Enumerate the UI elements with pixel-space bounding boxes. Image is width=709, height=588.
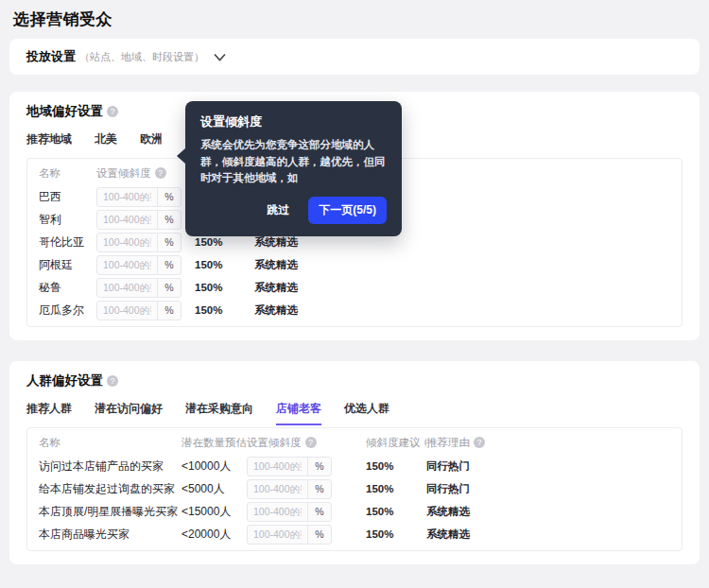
- percent-suffix: %: [307, 503, 331, 521]
- tilt-input[interactable]: [97, 279, 157, 297]
- percent-suffix: %: [307, 480, 331, 498]
- tilt-input-group: %: [247, 457, 332, 476]
- tab-store-repeat-customers[interactable]: 店铺老客: [276, 401, 321, 425]
- recommend-reason: 系统精选: [254, 303, 670, 318]
- tilt-suggestion: 150%: [366, 506, 426, 517]
- audience-preference-card: 人群偏好设置 ? 推荐人群 潜在访问偏好 潜在采购意向 店铺老客 优选人群 名称…: [9, 361, 700, 564]
- tooltip-body: 系统会优先为您竞争这部分地域的人群，倾斜度越高的人群，越优先，但同时对于其他地域…: [200, 137, 387, 187]
- tilt-input[interactable]: [97, 233, 157, 251]
- tilt-input[interactable]: [248, 480, 307, 498]
- tilt-input[interactable]: [248, 458, 307, 476]
- tilt-input[interactable]: [248, 526, 307, 544]
- region-name: 秘鲁: [39, 280, 96, 296]
- tooltip-title: 设置倾斜度: [200, 113, 387, 130]
- tab-preferred-audience[interactable]: 优选人群: [344, 401, 389, 425]
- audience-estimate: <10000人: [182, 458, 247, 475]
- percent-suffix: %: [157, 256, 181, 274]
- col-tilt: 设置倾斜度 ?: [247, 436, 366, 450]
- col-estimate: 潜在数量预估 ?: [182, 436, 247, 450]
- help-icon[interactable]: ?: [305, 437, 317, 448]
- table-row: 本店顶展/明星展播曝光买家 <15000人 % 150% 系统精选: [39, 500, 670, 523]
- tilt-suggestion: 150%: [195, 259, 254, 270]
- tooltip-arrow-icon: [177, 148, 185, 164]
- onboarding-tooltip: 设置倾斜度 系统会优先为您竞争这部分地域的人群，倾斜度越高的人群，越优先，但同时…: [185, 101, 402, 236]
- audience-estimate: <20000人: [182, 527, 247, 543]
- recommend-reason: 同行热门: [426, 459, 670, 474]
- audience-name: 本店商品曝光买家: [39, 527, 182, 543]
- help-icon[interactable]: ?: [107, 375, 118, 387]
- region-name: 智利: [39, 212, 96, 228]
- region-name: 厄瓜多尔: [39, 303, 96, 319]
- tilt-suggestion: 150%: [366, 483, 426, 494]
- recommend-reason: 同行热门: [426, 482, 670, 496]
- tilt-input-group: %: [96, 255, 182, 275]
- table-row: 秘鲁 % 150% 系统精选: [39, 276, 670, 299]
- region-name: 阿根廷: [39, 257, 96, 273]
- tab-potential-visit-preference[interactable]: 潜在访问偏好: [95, 401, 163, 425]
- col-suggestion: 倾斜度建议 ?: [366, 436, 426, 450]
- table-row: 厄瓜多尔 % 150% 系统精选: [39, 299, 670, 321]
- audience-name: 访问过本店铺产品的买家: [39, 458, 182, 475]
- col-name: 名称: [39, 436, 182, 450]
- help-icon[interactable]: ?: [107, 106, 118, 117]
- percent-suffix: %: [157, 188, 181, 206]
- percent-suffix: %: [157, 279, 181, 297]
- percent-suffix: %: [157, 233, 181, 251]
- tab-potential-purchase-intent[interactable]: 潜在采购意向: [185, 401, 253, 425]
- help-icon[interactable]: ?: [155, 167, 166, 179]
- recommend-reason: 系统精选: [254, 258, 670, 272]
- recommend-reason: 系统精选: [426, 505, 670, 519]
- tilt-suggestion: 150%: [366, 528, 426, 540]
- tab-recommended-regions[interactable]: 推荐地域: [26, 131, 72, 156]
- skip-button[interactable]: 跳过: [267, 202, 289, 218]
- col-tilt: 设置倾斜度 ?: [96, 166, 195, 181]
- recommend-reason: 系统精选: [254, 235, 670, 250]
- table-row: 给本店铺发起过询盘的买家 <5000人 % 150% 同行热门: [39, 477, 670, 500]
- percent-suffix: %: [307, 526, 331, 544]
- tilt-suggestion: 150%: [195, 304, 254, 316]
- next-page-button[interactable]: 下一页(5/5): [308, 197, 387, 224]
- tilt-input[interactable]: [248, 503, 307, 521]
- tilt-suggestion: 150%: [195, 282, 254, 293]
- col-reason: 推荐理由 ?: [426, 436, 670, 450]
- tilt-input-group: %: [247, 525, 332, 545]
- audience-name: 给本店铺发起过询盘的买家: [39, 481, 182, 497]
- table-row: 阿根廷 % 150% 系统精选: [39, 253, 670, 276]
- tilt-input-group: %: [96, 210, 182, 230]
- tilt-input[interactable]: [97, 256, 157, 274]
- tilt-input[interactable]: [97, 302, 157, 320]
- tilt-input-group: %: [247, 479, 332, 499]
- audience-table-header: 名称 潜在数量预估 ? 设置倾斜度 ? 倾斜度建议 ? 推荐理由 ?: [39, 430, 670, 455]
- percent-suffix: %: [307, 458, 331, 476]
- region-name: 哥伦比亚: [39, 234, 96, 251]
- audience-name: 本店顶展/明星展播曝光买家: [39, 504, 182, 520]
- tab-recommended-audience[interactable]: 推荐人群: [26, 401, 72, 425]
- audience-estimate: <5000人: [182, 481, 247, 497]
- tilt-input-group: %: [247, 502, 332, 522]
- table-row: 访问过本店铺产品的买家 <10000人 % 150% 同行热门: [39, 455, 670, 477]
- audience-estimate: <15000人: [182, 504, 247, 520]
- tab-europe[interactable]: 欧洲: [140, 131, 163, 156]
- tilt-input-group: %: [96, 278, 182, 298]
- chevron-down-icon[interactable]: [214, 53, 226, 61]
- tilt-suggestion: 150%: [366, 460, 426, 472]
- region-section-title: 地域偏好设置: [26, 103, 103, 120]
- tilt-input[interactable]: [97, 211, 157, 229]
- audience-table: 名称 潜在数量预估 ? 设置倾斜度 ? 倾斜度建议 ? 推荐理由 ? 访问过本店…: [26, 427, 683, 551]
- page-title: 选择营销受众: [0, 0, 709, 30]
- tilt-input-group: %: [96, 187, 182, 207]
- percent-suffix: %: [157, 302, 181, 320]
- col-name: 名称: [39, 166, 96, 181]
- tilt-input[interactable]: [97, 188, 157, 206]
- tab-north-america[interactable]: 北美: [95, 131, 117, 156]
- recommend-reason: 系统精选: [254, 281, 670, 295]
- placement-settings-bar[interactable]: 投放设置 （站点、地域、时段设置）: [9, 39, 700, 75]
- placement-settings-title: 投放设置: [26, 48, 76, 65]
- recommend-reason: 系统精选: [426, 527, 670, 542]
- percent-suffix: %: [157, 211, 181, 229]
- tilt-suggestion: 150%: [195, 236, 254, 248]
- audience-section-title: 人群偏好设置: [26, 372, 103, 389]
- tilt-input-group: %: [96, 301, 182, 320]
- tilt-input-group: %: [96, 233, 182, 252]
- help-icon[interactable]: ?: [474, 437, 485, 448]
